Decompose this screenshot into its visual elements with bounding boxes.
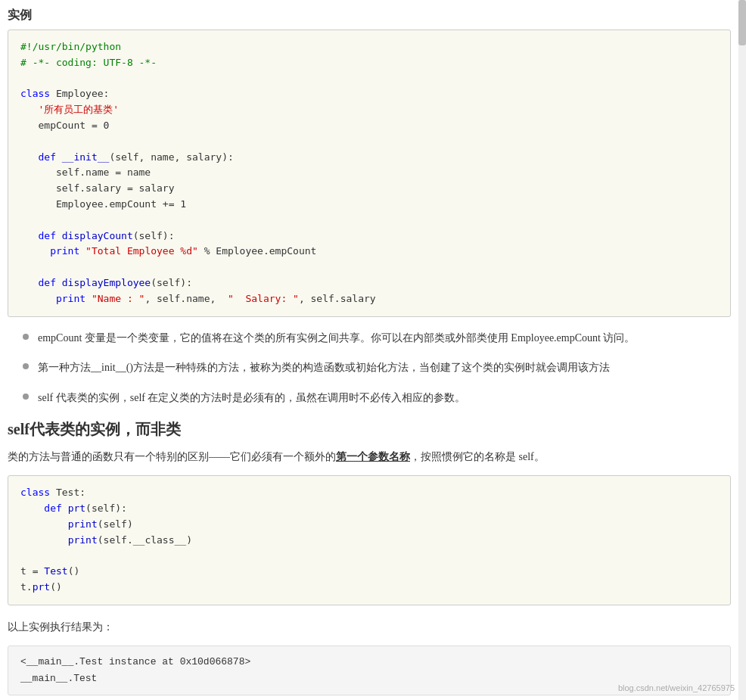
bullet-list: empCount 变量是一个类变量，它的值将在这个类的所有实例之间共享。你可以在… — [8, 329, 731, 407]
bullet-item-3: self 代表类的实例，self 在定义类的方法时是必须有的，虽然在调用时不必传… — [8, 389, 731, 407]
bold-first-param: 第一个参数名称 — [336, 451, 410, 462]
output-line-1: <__main__.Test instance at 0x10d066878> — [20, 654, 718, 670]
section-title: 实例 — [8, 8, 731, 23]
bullet-text-2: 第一种方法__init__()方法是一种特殊的方法，被称为类的构造函数或初始化方… — [38, 359, 731, 377]
output-line-2: __main__.Test — [20, 670, 718, 687]
bullet-dot-1 — [23, 334, 29, 340]
code-block-2: class Test: def prt(self): print(self) p… — [8, 475, 731, 605]
bullet-text-1: empCount 变量是一个类变量，它的值将在这个类的所有实例之间共享。你可以在… — [38, 329, 731, 347]
paragraph-1: 类的方法与普通的函数只有一个特别的区别——它们必须有一个额外的第一个参数名称，按… — [8, 447, 731, 466]
code-content-2: class Test: def prt(self): print(self) p… — [20, 485, 718, 596]
result-label: 以上实例执行结果为： — [8, 618, 731, 636]
bullet-text-3: self 代表类的实例，self 在定义类的方法时是必须有的，虽然在调用时不必传… — [38, 389, 731, 407]
bullet-dot-2 — [23, 363, 29, 369]
code-block-1: #!/usr/bin/python # -*- coding: UTF-8 -*… — [8, 30, 731, 317]
bullet-item-2: 第一种方法__init__()方法是一种特殊的方法，被称为类的构造函数或初始化方… — [8, 359, 731, 377]
bullet-item-1: empCount 变量是一个类变量，它的值将在这个类的所有实例之间共享。你可以在… — [8, 329, 731, 347]
section-heading-2: self代表类的实例，而非类 — [8, 419, 731, 440]
page-container: 实例 #!/usr/bin/python # -*- coding: UTF-8… — [0, 0, 746, 700]
scrollbar-thumb[interactable] — [738, 0, 746, 45]
bullet-dot-3 — [23, 394, 29, 400]
watermark: blog.csdn.net/weixin_42765975 — [618, 683, 735, 692]
scrollbar[interactable] — [738, 0, 746, 700]
code-content-1: #!/usr/bin/python # -*- coding: UTF-8 -*… — [20, 39, 718, 307]
